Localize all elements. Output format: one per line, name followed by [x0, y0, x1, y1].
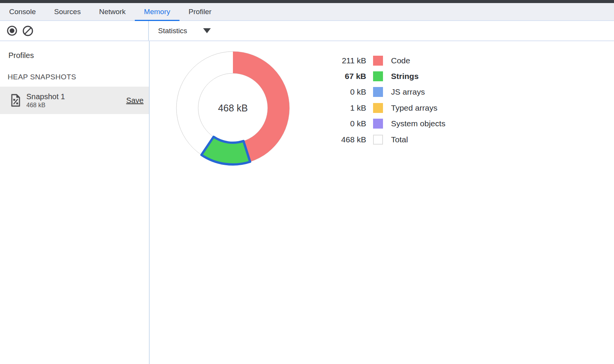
legend-swatch-icon [373, 103, 383, 113]
legend-value: 0 kB [320, 119, 366, 128]
legend-label: System objects [391, 119, 445, 128]
perspective-selected-label: Statistics [158, 27, 187, 35]
legend-row-system-objects[interactable]: 0 kBSystem objects [320, 116, 445, 132]
snapshot-info: Snapshot 1 468 kB [26, 92, 65, 109]
legend-label: Strings [391, 72, 418, 81]
legend-swatch-icon [373, 119, 383, 129]
save-snapshot-link[interactable]: Save [126, 96, 144, 105]
donut-outline [198, 73, 268, 143]
profiles-sidebar: Profiles HEAP SNAPSHOTS Snapshot 1 468 k… [0, 41, 150, 364]
heap-donut-chart [173, 48, 292, 168]
legend-value: 1 kB [320, 103, 366, 113]
tab-sources[interactable]: Sources [45, 3, 90, 20]
legend-label: JS arrays [391, 87, 425, 97]
clear-profiles-button[interactable] [22, 25, 34, 37]
legend-label: Total [391, 135, 408, 144]
caret-down-icon [203, 28, 211, 33]
legend-swatch-icon [373, 135, 383, 145]
sidebar-title: Profiles [8, 51, 149, 60]
clear-icon [22, 25, 34, 37]
legend-row-code[interactable]: 211 kBCode [320, 53, 445, 68]
statistics-pane: 468 kB 211 kBCode67 kBStrings0 kBJS arra… [150, 41, 614, 364]
legend-row-total[interactable]: 468 kBTotal [320, 132, 445, 147]
legend-value: 468 kB [320, 135, 366, 144]
content: Profiles HEAP SNAPSHOTS Snapshot 1 468 k… [0, 41, 614, 364]
record-icon [6, 25, 18, 36]
legend-value: 67 kB [320, 72, 366, 81]
snapshot-name: Snapshot 1 [26, 92, 65, 101]
legend-label: Typed arrays [391, 103, 437, 113]
legend-swatch-icon [373, 87, 383, 97]
heap-snapshots-section-header: HEAP SNAPSHOTS [8, 73, 149, 81]
tab-memory[interactable]: Memory [135, 3, 179, 20]
tab-profiler[interactable]: Profiler [179, 3, 221, 20]
legend-swatch-icon [373, 71, 383, 81]
legend-value: 211 kB [320, 56, 366, 65]
window-top-strip [0, 0, 614, 3]
legend-row-typed-arrays[interactable]: 1 kBTyped arrays [320, 100, 445, 116]
legend-label: Code [391, 56, 410, 65]
heap-snapshot-file-icon [11, 94, 21, 107]
chart-legend: 211 kBCode67 kBStrings0 kBJS arrays1 kBT… [320, 53, 445, 147]
tab-console[interactable]: Console [0, 3, 45, 20]
legend-row-js-arrays[interactable]: 0 kBJS arrays [320, 84, 445, 100]
perspective-dropdown[interactable]: Statistics [158, 27, 211, 35]
toolbar: Statistics [0, 21, 614, 41]
record-heap-snapshot-button[interactable] [6, 25, 18, 37]
tab-network[interactable]: Network [90, 3, 135, 20]
toolbar-left [0, 21, 149, 40]
tab-bar: ConsoleSourcesNetworkMemoryProfiler [0, 3, 614, 21]
snapshot-list-item[interactable]: Snapshot 1 468 kB Save [0, 87, 149, 114]
toolbar-right: Statistics [149, 21, 211, 40]
legend-value: 0 kB [320, 87, 366, 97]
legend-swatch-icon [373, 56, 383, 66]
legend-row-strings[interactable]: 67 kBStrings [320, 68, 445, 84]
snapshot-size: 468 kB [26, 101, 65, 109]
